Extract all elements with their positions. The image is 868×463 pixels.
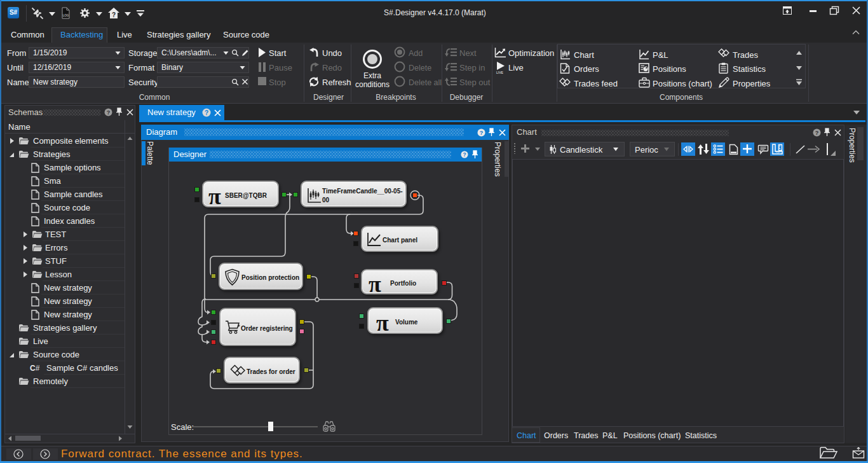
svg-text:?: ? xyxy=(815,130,819,136)
